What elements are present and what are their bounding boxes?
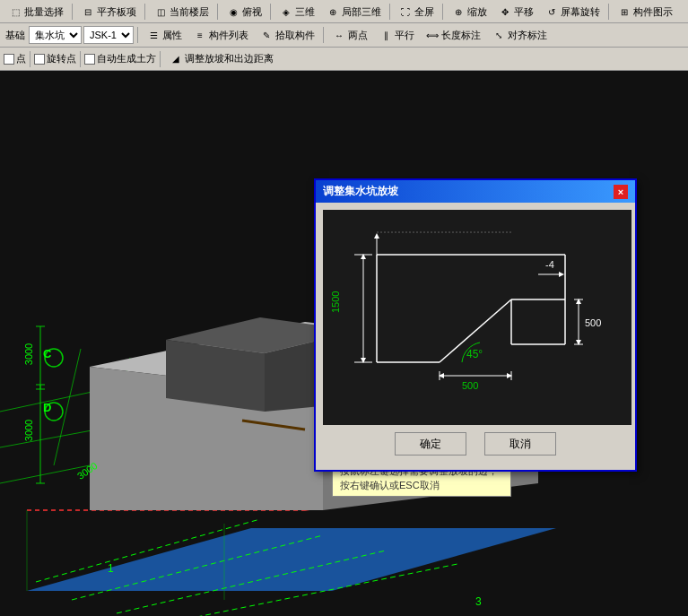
- sep4: [270, 4, 271, 20]
- dialog-buttons: 确定 取消: [323, 425, 628, 463]
- dialog-content: 1500 -4 45° 500: [316, 203, 635, 470]
- rotate-point-checkbox[interactable]: [34, 54, 45, 65]
- rotate-point-check[interactable]: 旋转点: [34, 52, 76, 65]
- pick-icon: ✎: [259, 28, 274, 42]
- screen-rotate-btn[interactable]: ↺ 屏幕旋转: [540, 2, 605, 22]
- view-icon: ◉: [226, 4, 240, 19]
- dialog-close-button[interactable]: ×: [614, 185, 628, 199]
- top-view-btn[interactable]: ◉ 俯视: [222, 2, 266, 22]
- zoom-icon: ⊕: [451, 4, 466, 19]
- sep11: [80, 51, 81, 67]
- lengthdim-icon: ⟺: [425, 28, 440, 42]
- confirm-button[interactable]: 确定: [395, 432, 466, 455]
- sep6: [442, 4, 443, 20]
- 3d-btn[interactable]: ◈ 三维: [274, 2, 319, 22]
- component-icon: ⊞: [617, 4, 631, 19]
- point-checkbox[interactable]: [4, 54, 14, 65]
- pick-component-btn[interactable]: ✎ 拾取构件: [255, 25, 319, 45]
- align-icon: ⊟: [81, 4, 95, 19]
- toolbar-row1: ⬚ 批量选择 ⊟ 平齐板项 ◫ 当前楼层 ◉ 俯视 ◈ 三维 ⊕ 局部三维 ⛶: [0, 0, 688, 23]
- svg-text:500: 500: [585, 317, 601, 328]
- cursor-icon: ⬚: [8, 4, 22, 19]
- fullscreen-icon: ⛶: [398, 4, 413, 19]
- axis-d-label: D: [43, 401, 51, 414]
- slope-icon: ◢: [169, 52, 183, 66]
- toolbar-container: ⬚ 批量选择 ⊟ 平齐板项 ◫ 当前楼层 ◉ 俯视 ◈ 三维 ⊕ 局部三维 ⛶: [0, 0, 688, 71]
- foundation-type-select[interactable]: 集水坑: [29, 26, 82, 44]
- dialog-titlebar: 调整集水坑放坡 ×: [316, 180, 635, 203]
- auto-generate-check[interactable]: 自动生成土方: [84, 52, 156, 65]
- sep1: [72, 4, 73, 20]
- twopoint-icon: ↔: [332, 28, 346, 42]
- sep10: [30, 51, 30, 67]
- pan-icon: ✥: [498, 4, 512, 19]
- align-btn[interactable]: ⊟ 平齐板项: [76, 2, 141, 22]
- component-id-select[interactable]: JSK-1: [83, 26, 134, 44]
- main-canvas: D C 3000 3000 3000 1 3 按鼠标左键选择需要调整放坡的边，按…: [0, 71, 688, 616]
- parallel-btn[interactable]: ∥ 平行: [374, 25, 419, 45]
- adjust-slope-btn[interactable]: ◢ 调整放坡和出边距离: [164, 49, 278, 69]
- sep12: [160, 51, 161, 67]
- two-point-btn[interactable]: ↔ 两点: [327, 25, 372, 45]
- svg-text:500: 500: [462, 380, 478, 391]
- property-btn[interactable]: ☰ 属性: [142, 25, 187, 45]
- sep5: [389, 4, 390, 20]
- num-label-1: 1: [108, 562, 114, 575]
- property-icon: ☰: [146, 28, 161, 42]
- auto-generate-checkbox[interactable]: [84, 54, 95, 65]
- sep7: [608, 4, 609, 20]
- fullscreen-btn[interactable]: ⛶ 全屏: [394, 2, 439, 22]
- batch-select-btn[interactable]: ⬚ 批量选择: [4, 2, 68, 22]
- dialog-title-text: 调整集水坑放坡: [323, 184, 398, 199]
- sep8: [137, 27, 138, 43]
- zoom-btn[interactable]: ⊕ 缩放: [447, 2, 492, 22]
- svg-text:-4: -4: [545, 259, 554, 270]
- align-dim-btn[interactable]: ⤡ 对齐标注: [487, 25, 552, 45]
- rotate-icon: ↺: [544, 4, 559, 19]
- slope-diagram-svg: 1500 -4 45° 500: [323, 210, 631, 425]
- dim-3000-1: 3000: [23, 420, 34, 441]
- local3d-btn[interactable]: ⊕ 局部三维: [321, 2, 386, 22]
- point-check[interactable]: 点: [4, 52, 26, 65]
- dim-3000-2: 3000: [23, 343, 34, 365]
- sep3: [217, 4, 218, 20]
- pan-btn[interactable]: ✥ 平移: [493, 2, 538, 22]
- adjust-slope-dialog: 调整集水坑放坡 ×: [314, 178, 637, 472]
- svg-text:1500: 1500: [330, 291, 341, 313]
- axis-c-label: C: [43, 347, 51, 360]
- sep9: [323, 27, 324, 43]
- length-dim-btn[interactable]: ⟺ 长度标注: [421, 25, 485, 45]
- dialog-drawing: 1500 -4 45° 500: [323, 210, 628, 425]
- cancel-button[interactable]: 取消: [484, 432, 556, 455]
- local3d-icon: ⊕: [326, 4, 340, 19]
- layer-icon: ◫: [153, 4, 168, 19]
- aligndim-icon: ⤡: [492, 28, 506, 42]
- 3d-icon: ◈: [279, 4, 293, 19]
- svg-text:45°: 45°: [466, 348, 483, 360]
- foundation-label: 基础: [4, 29, 27, 42]
- component-diagram-btn[interactable]: ⊞ 构件图示: [613, 2, 677, 22]
- list-icon: ≡: [193, 28, 207, 42]
- num-label-3: 3: [475, 595, 482, 608]
- component-list-btn[interactable]: ≡ 构件列表: [188, 25, 253, 45]
- current-floor-btn[interactable]: ◫ 当前楼层: [149, 2, 213, 22]
- toolbar-row2: 基础 集水坑 JSK-1 ☰ 属性 ≡ 构件列表 ✎ 拾取构件 ↔ 两点 ∥ 平…: [0, 23, 688, 47]
- toolbar-row3: 点 旋转点 自动生成土方 ◢ 调整放坡和出边距离: [0, 47, 688, 70]
- parallel-icon: ∥: [379, 28, 393, 42]
- sep2: [144, 4, 145, 20]
